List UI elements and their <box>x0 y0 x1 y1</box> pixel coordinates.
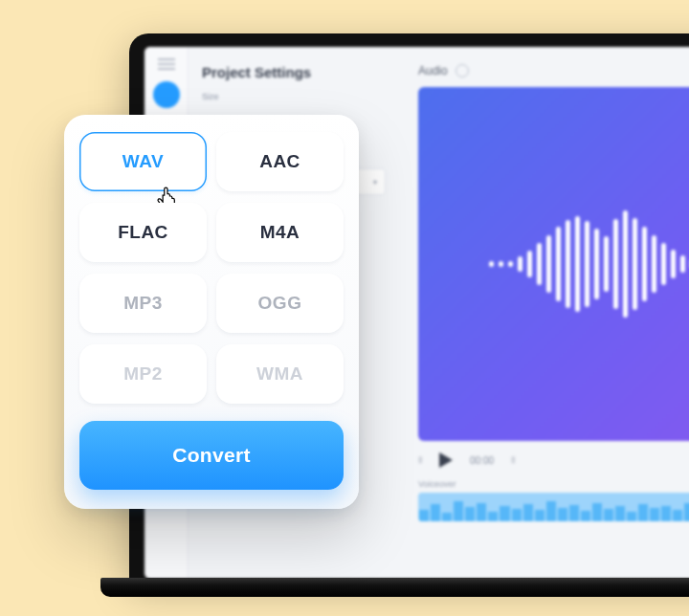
play-icon[interactable] <box>439 452 453 468</box>
format-option-mp2[interactable]: MP2 <box>79 344 207 404</box>
voiceover-label: Voiceover <box>418 479 689 489</box>
menu-icon[interactable] <box>158 58 175 70</box>
timeline-track[interactable] <box>418 493 689 521</box>
convert-button[interactable]: Convert <box>79 421 344 490</box>
preview-area: Audio <box>399 47 689 579</box>
format-option-flac[interactable]: FLAC <box>79 203 207 262</box>
playback-controls: ⦀ 00:00 ⦀ <box>418 441 689 479</box>
panel-title: Project Settings <box>202 64 386 80</box>
next-icon[interactable]: ⦀ <box>511 454 515 466</box>
laptop-base <box>100 578 689 597</box>
format-grid: WAV AAC FLAC M4A MP3 OGG MP2 WMA <box>79 132 344 404</box>
format-option-aac[interactable]: AAC <box>216 132 344 191</box>
size-label: Size <box>202 92 386 101</box>
audio-tab[interactable]: Audio <box>418 64 448 77</box>
format-picker-modal: WAV AAC FLAC M4A MP3 OGG MP2 WMA Convert <box>64 115 359 509</box>
format-option-wav[interactable]: WAV <box>79 132 207 191</box>
format-option-ogg[interactable]: OGG <box>216 274 344 333</box>
settings-icon[interactable] <box>153 81 180 108</box>
format-option-wma[interactable]: WMA <box>216 344 344 404</box>
format-option-m4a[interactable]: M4A <box>216 203 344 262</box>
prev-icon[interactable]: ⦀ <box>418 454 422 466</box>
format-option-mp3[interactable]: MP3 <box>79 274 207 333</box>
cloud-icon[interactable] <box>456 64 469 77</box>
time-display: 00:00 <box>470 455 494 466</box>
waveform-icon <box>489 210 690 318</box>
waveform-canvas <box>418 87 689 441</box>
